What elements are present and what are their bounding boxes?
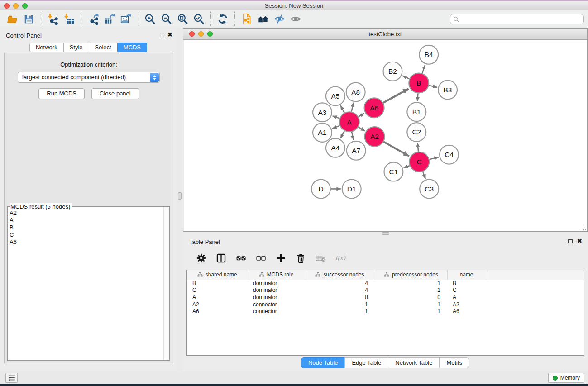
table-cell[interactable]: 1 [375,287,447,294]
column-header-shared-name[interactable]: shared name [187,270,248,280]
settings-icon[interactable] [195,252,207,264]
edge-B-B3[interactable] [429,86,437,87]
mcds-result-item[interactable]: B [10,224,163,231]
node-C2[interactable]: C2 [407,123,426,142]
node-A5[interactable]: A5 [326,87,345,106]
table-cell[interactable]: A [447,294,486,301]
column-header-name[interactable]: name [447,270,486,280]
edge-A2-C[interactable] [384,142,409,156]
node-C3[interactable]: C3 [420,180,439,199]
node-B4[interactable]: B4 [419,45,438,64]
network-canvas[interactable]: AA1A2A3A4A5A6A7A8BB1B2B3B4CC1C2C3C4DD1 [184,40,587,231]
node-A7[interactable]: A7 [347,141,366,160]
table-cell[interactable]: A6 [187,308,248,315]
table-divider-grip[interactable] [382,232,389,235]
select-all-icon[interactable] [234,252,247,264]
edge-A-A5[interactable] [340,105,344,113]
table-cell[interactable]: 4 [305,280,375,287]
network-graph[interactable]: AA1A2A3A4A5A6A7A8BB1B2B3B4CC1C2C3C4DD1 [184,40,587,231]
zoom-out-icon[interactable] [158,12,174,26]
edge-A-A8[interactable] [352,103,354,112]
column-header-predecessor-nodes[interactable]: predecessor nodes [375,270,447,280]
table-cell[interactable]: 0 [375,294,447,301]
add-column-icon[interactable] [274,252,287,264]
node-B[interactable]: B [409,73,429,93]
close-panel-icon[interactable]: ✖ [167,32,172,38]
table-cell[interactable]: dominator [248,280,305,287]
export-network-icon[interactable] [85,12,101,26]
edge-A-A7[interactable] [352,132,354,140]
tab-motifs[interactable]: Motifs [439,357,469,368]
table-row[interactable]: Cdominator41C [187,287,584,294]
close-panel-button[interactable]: Close panel [91,88,139,99]
table-row[interactable]: Adominator80A [187,294,584,301]
export-table-icon[interactable] [101,12,118,26]
table-close-icon[interactable]: ✖ [577,238,582,244]
show-columns-icon[interactable] [215,252,227,264]
save-icon[interactable] [21,12,37,26]
node-A4[interactable]: A4 [326,138,345,157]
edge-B-B4[interactable] [422,65,425,73]
zoom-fit-icon[interactable] [174,12,191,26]
import-table-icon[interactable]: <16 0> [61,12,77,26]
show-panel-icon[interactable] [287,12,304,26]
edge-C-C3[interactable] [423,172,425,179]
edge-C-C4[interactable] [430,157,439,159]
search-field[interactable] [450,14,584,24]
delete-column-icon[interactable] [294,252,307,264]
table-float-icon[interactable] [568,239,573,243]
zoom-selected-icon[interactable] [191,12,207,26]
tab-style[interactable]: Style [63,43,89,52]
node-C4[interactable]: C4 [440,145,459,164]
node-A1[interactable]: A1 [313,123,332,142]
tab-select[interactable]: Select [89,43,118,52]
mcds-result-item[interactable]: C [10,231,163,238]
node-A3[interactable]: A3 [313,103,332,122]
table-cell[interactable]: 1 [375,308,447,315]
table-cell[interactable]: connector [248,301,305,308]
table-cell[interactable]: B [447,280,486,287]
table-cell[interactable]: connector [248,308,305,315]
edge-B-B2[interactable] [402,76,409,79]
column-header-mcds-role[interactable]: MCDS role [248,270,305,280]
result-scrollbar[interactable] [163,207,169,360]
unselect-all-icon[interactable] [254,252,267,264]
hide-panel-icon[interactable] [271,12,287,26]
table-cell[interactable]: B [187,280,248,287]
table-cell[interactable]: 1 [375,280,447,287]
divider-grip[interactable] [178,192,182,200]
network-file-icon[interactable] [239,12,255,26]
table-cell[interactable]: dominator [248,287,305,294]
run-mcds-button[interactable]: Run MCDS [38,88,85,99]
open-folder-icon[interactable] [5,12,21,26]
edge-A-A4[interactable] [340,131,344,138]
table-cell[interactable]: 1 [305,308,375,315]
node-B1[interactable]: B1 [407,102,426,121]
node-B3[interactable]: B3 [438,81,457,100]
edge-A-A2[interactable] [359,127,365,131]
table-cell[interactable]: 1 [305,301,375,308]
table-cell[interactable]: 4 [305,287,375,294]
table-row[interactable]: A2connector11A2 [187,301,584,308]
table-cell[interactable]: 1 [375,301,447,308]
node-C[interactable]: C [409,152,429,172]
import-network-icon[interactable] [45,12,61,26]
table-panel-divider[interactable] [183,232,588,235]
node-D1[interactable]: D1 [342,180,361,199]
resize-grip-icon[interactable] [580,224,587,231]
refresh-icon[interactable] [215,12,231,26]
node-C1[interactable]: C1 [384,162,403,181]
edge-C-C2[interactable] [417,143,418,152]
search-input[interactable] [461,15,583,24]
node-A8[interactable]: A8 [346,83,365,102]
memory-button[interactable]: Memory [548,373,584,383]
float-panel-icon[interactable] [160,33,164,37]
table-cell[interactable]: A2 [447,301,486,308]
export-image-icon[interactable] [118,12,134,26]
node-A6[interactable]: A6 [364,98,384,118]
tab-network[interactable]: Network [29,43,64,52]
node-B2[interactable]: B2 [383,62,402,81]
edge-B-B1[interactable] [417,93,418,101]
mcds-result-item[interactable]: A [10,217,163,224]
criterion-dropdown[interactable]: largest connected component (directed) [18,72,160,83]
